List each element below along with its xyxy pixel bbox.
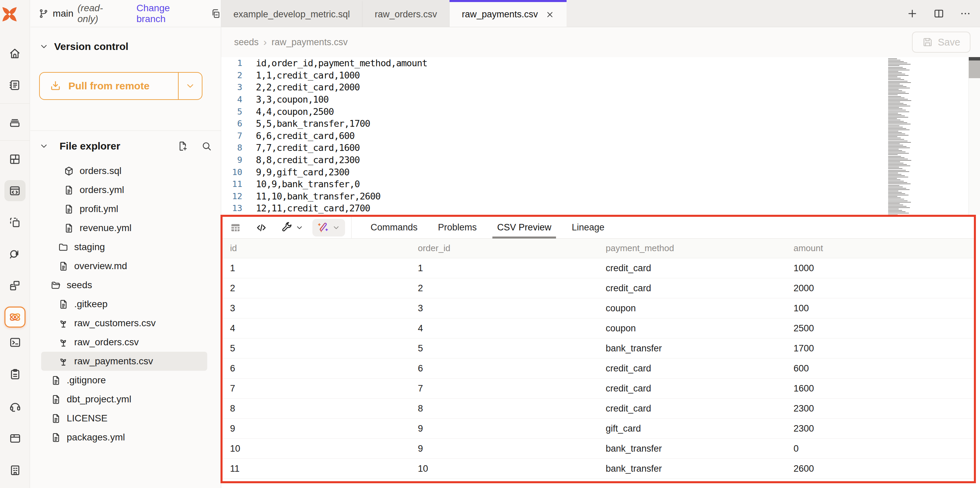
cell-id: 9 (223, 423, 410, 434)
cell-id: 10 (223, 444, 410, 454)
headset-icon[interactable] (5, 396, 25, 417)
chevron-down-icon[interactable] (39, 141, 49, 151)
file-type-icon (64, 166, 74, 176)
table-row: 5 5 bank_transfer 1700 (223, 339, 974, 358)
breadcrumb-file: raw_payments.csv (272, 37, 348, 48)
file-item[interactable]: seeds (41, 276, 207, 295)
code-line: 7 6,6,credit_card,600 (221, 130, 980, 142)
bottom-panel-tabs: Commands Problems CSV Preview Lineage (360, 217, 614, 239)
file-item[interactable]: packages.yml (41, 428, 207, 447)
chevron-down-icon[interactable] (39, 42, 49, 51)
editor-tab[interactable]: raw_payments.csv (450, 0, 566, 27)
atom-copilot-icon[interactable] (5, 307, 25, 328)
file-item[interactable]: overview.md (41, 257, 207, 276)
build-tools-dropdown[interactable] (281, 222, 304, 233)
column-header: amount (786, 243, 974, 254)
notebook-icon[interactable] (5, 74, 25, 95)
close-icon[interactable] (546, 10, 554, 19)
file-item[interactable]: staging (41, 238, 207, 257)
rail-divider (0, 103, 30, 104)
bottom-panel-tab[interactable]: CSV Preview (487, 217, 562, 239)
cell-order-id: 4 (410, 323, 598, 334)
file-name: revenue.yml (80, 223, 132, 233)
bottom-panel-tab[interactable]: Commands (360, 217, 428, 239)
insights-search-icon[interactable] (5, 243, 25, 265)
line-number: 12 (221, 191, 242, 201)
building-icon[interactable] (5, 459, 25, 480)
file-item[interactable]: orders.sql (41, 162, 207, 181)
cell-order-id: 3 (410, 303, 598, 314)
git-branch-icon (38, 8, 49, 19)
cell-payment-method: credit_card (598, 283, 786, 294)
copy-icon[interactable] (211, 8, 221, 19)
line-number: 7 (221, 131, 242, 141)
file-item[interactable]: LICENSE (41, 409, 207, 428)
bottom-panel-tab[interactable]: Problems (428, 217, 487, 239)
home-icon[interactable] (5, 43, 25, 64)
file-item[interactable]: dbt_project.yml (41, 390, 207, 409)
file-item[interactable]: .gitignore (41, 371, 207, 390)
cell-payment-method: credit_card (598, 383, 786, 394)
file-name: overview.md (74, 261, 127, 271)
editor-scrollbar[interactable] (969, 57, 980, 215)
code-editor-icon[interactable] (5, 180, 25, 201)
save-label: Save (938, 37, 960, 48)
file-item[interactable]: profit.yml (41, 200, 207, 219)
line-text: 5,5,bank_transfer,1700 (242, 118, 370, 129)
table-row: 9 9 gift_card 2300 (223, 419, 974, 439)
file-name: seeds (67, 280, 92, 290)
archive-icon[interactable] (5, 111, 25, 133)
file-item[interactable]: .gitkeep (41, 295, 207, 314)
file-type-icon (58, 318, 69, 329)
new-tab-icon[interactable] (907, 8, 918, 19)
file-item[interactable]: orders.yml (41, 181, 207, 200)
table-icon[interactable] (229, 222, 242, 234)
minimap[interactable] (888, 59, 915, 215)
file-type-icon (51, 432, 61, 443)
scrollbar-thumb[interactable] (969, 60, 980, 78)
pull-from-remote-button[interactable]: Pull from remote (39, 72, 202, 100)
file-item[interactable]: raw_payments.csv (41, 352, 207, 371)
capture-frame-icon[interactable] (5, 212, 25, 233)
change-branch-link[interactable]: Change branch (137, 3, 198, 24)
editor-tab[interactable]: raw_orders.csv (363, 0, 450, 27)
file-type-icon (64, 185, 74, 195)
cell-amount: 2500 (786, 323, 974, 334)
column-header: payment_method (598, 243, 786, 254)
line-text: id,order_id,payment_method,amount (242, 58, 427, 68)
terminal-icon[interactable] (5, 332, 25, 353)
cell-amount: 2600 (786, 464, 974, 474)
file-type-icon (58, 299, 69, 310)
file-item[interactable]: raw_orders.csv (41, 333, 207, 352)
tab-label: example_develop_metric.sql (234, 9, 350, 20)
ai-assist-dropdown[interactable] (312, 219, 345, 236)
editor-tab[interactable]: example_develop_metric.sql (221, 0, 363, 27)
save-button[interactable]: Save (912, 32, 970, 53)
breadcrumb-separator: › (263, 36, 267, 48)
new-file-icon[interactable] (177, 141, 188, 152)
file-item[interactable]: revenue.yml (41, 219, 207, 238)
pull-dropdown-caret[interactable] (178, 73, 202, 99)
line-number: 13 (221, 203, 242, 213)
dashboard-grid-icon[interactable] (5, 149, 25, 170)
file-name: staging (74, 242, 105, 252)
search-icon[interactable] (201, 141, 212, 152)
cell-id: 5 (223, 343, 410, 354)
split-view-icon[interactable] (933, 8, 945, 19)
csv-preview-table: id order_id payment_method amount 1 1 cr… (223, 239, 974, 483)
clipboard-icon[interactable] (5, 364, 25, 385)
windows-icon[interactable] (5, 275, 25, 296)
bottom-panel-tab[interactable]: Lineage (562, 217, 614, 239)
tab-label: raw_payments.csv (462, 9, 538, 20)
cell-payment-method: credit_card (598, 403, 786, 414)
csv-table-body: 1 1 credit_card 1000 2 2 credit_card 200… (223, 258, 974, 483)
browser-window-icon[interactable] (5, 428, 25, 448)
file-item[interactable]: raw_customers.csv (41, 314, 207, 333)
more-options-icon[interactable] (959, 8, 971, 19)
cell-id: 7 (223, 383, 410, 394)
code-editor[interactable]: 1 id,order_id,payment_method,amount 2 1,… (221, 57, 980, 215)
code-icon[interactable] (255, 222, 267, 234)
table-row: 3 3 coupon 100 (223, 298, 974, 318)
code-line: 11 10,9,bank_transfer,0 (221, 178, 980, 190)
breadcrumb-folder[interactable]: seeds (234, 37, 259, 48)
